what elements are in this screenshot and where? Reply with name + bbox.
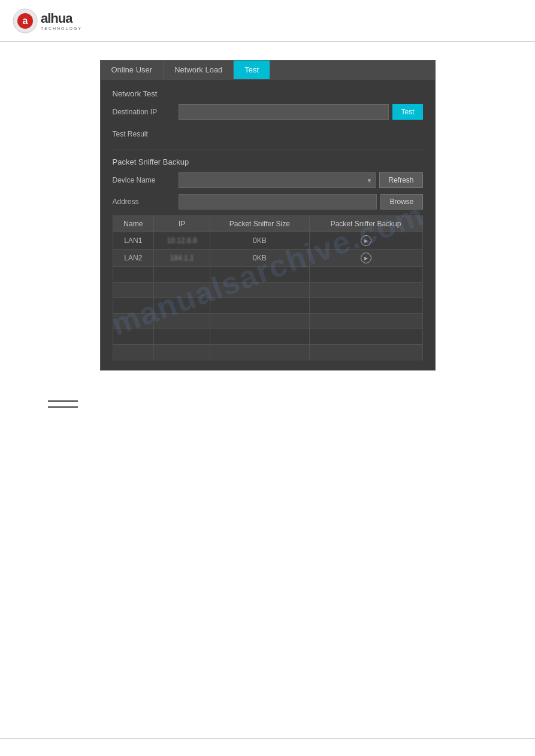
bottom-line-2 (48, 406, 78, 408)
tab-network-load[interactable]: Network Load (164, 60, 234, 79)
cell-backup[interactable]: ▶ (309, 250, 422, 267)
table-row-empty (113, 283, 422, 298)
device-name-row: Device Name ▼ Refresh (113, 172, 423, 188)
device-name-label: Device Name (113, 176, 179, 184)
destination-ip-row: Destination IP Test (113, 104, 423, 120)
svg-text:a: a (23, 16, 28, 26)
test-result-row: Test Result (113, 126, 423, 142)
col-name: Name (113, 216, 154, 232)
header: a alhua TECHNOLOGY (0, 0, 535, 42)
cell-ip: 10.12.8.8 (154, 232, 210, 250)
address-label: Address (113, 198, 179, 206)
refresh-button[interactable]: Refresh (379, 172, 422, 188)
bottom-line-1 (48, 400, 78, 402)
play-button-lan1[interactable]: ▶ (361, 235, 371, 246)
logo-text-area: alhua TECHNOLOGY (41, 11, 82, 31)
footer (0, 738, 535, 756)
tab-online-user[interactable]: Online User (101, 60, 164, 79)
logo: a alhua TECHNOLOGY (12, 8, 82, 34)
table-row-empty (113, 267, 422, 283)
col-size: Packet Sniffer Size (210, 216, 310, 232)
divider (113, 150, 423, 150)
destination-ip-input[interactable] (179, 104, 389, 120)
panel: Online User Network Load Test Network Te… (100, 60, 436, 371)
play-button-lan2[interactable]: ▶ (361, 253, 371, 263)
test-result-label: Test Result (113, 130, 179, 138)
logo-sub: TECHNOLOGY (41, 26, 82, 31)
address-input[interactable] (179, 194, 377, 210)
tab-test[interactable]: Test (234, 60, 270, 79)
tabs-bar: Online User Network Load Test (101, 60, 435, 80)
cell-name: LAN2 (113, 250, 154, 267)
address-row: Address Browse (113, 194, 423, 210)
table-row-empty (113, 314, 422, 329)
panel-body: Network Test Destination IP Test Test Re… (101, 80, 435, 370)
cell-backup[interactable]: ▶ (309, 232, 422, 250)
logo-brand: alhua (41, 11, 72, 26)
sniffer-table: Name IP Packet Sniffer Size Packet Sniff… (113, 215, 423, 360)
cell-ip: 184.1.1 (154, 250, 210, 267)
cell-name: LAN1 (113, 232, 154, 250)
test-button[interactable]: Test (392, 104, 422, 120)
device-name-select-wrapper: ▼ (179, 172, 376, 188)
table-row-empty (113, 345, 422, 360)
packet-sniffer-section-title: Packet Sniffer Backup (113, 157, 423, 166)
bottom-lines (0, 388, 535, 424)
table-row-empty (113, 298, 422, 314)
col-backup: Packet Sniffer Backup (309, 216, 422, 232)
table-row-empty (113, 329, 422, 345)
network-test-section-title: Network Test (113, 89, 423, 98)
destination-ip-label: Destination IP (113, 108, 179, 116)
ip-blurred-lan1: 10.12.8.8 (167, 236, 197, 245)
main-content: Online User Network Load Test Network Te… (0, 42, 535, 388)
table-header-row: Name IP Packet Sniffer Size Packet Sniff… (113, 216, 422, 232)
browse-button[interactable]: Browse (380, 194, 422, 210)
ip-blurred-lan2: 184.1.1 (170, 254, 194, 262)
table-row: LAN1 10.12.8.8 0KB ▶ (113, 232, 422, 250)
col-ip: IP (154, 216, 210, 232)
cell-size: 0KB (210, 232, 310, 250)
device-name-select[interactable] (179, 172, 376, 188)
cell-size: 0KB (210, 250, 310, 267)
dahua-logo-icon: a (12, 8, 38, 34)
table-row: LAN2 184.1.1 0KB ▶ (113, 250, 422, 267)
